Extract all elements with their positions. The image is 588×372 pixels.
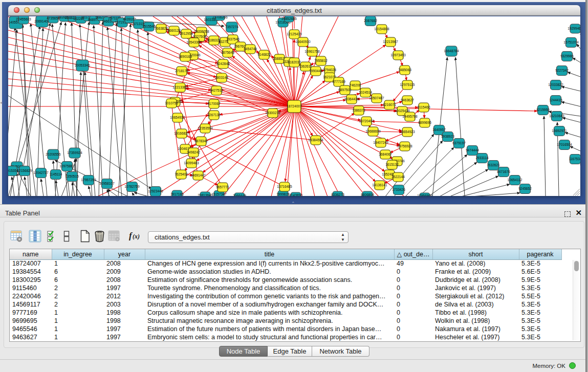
svg-text:7663822: 7663822 (155, 27, 168, 30)
svg-text:3912954: 3912954 (180, 32, 193, 35)
svg-text:10154808: 10154808 (374, 27, 389, 31)
svg-text:19384554: 19384554 (308, 138, 323, 142)
svg-text:8878342: 8878342 (194, 139, 208, 143)
svg-text:10543362: 10543362 (186, 40, 202, 44)
svg-text:1350515: 1350515 (66, 174, 79, 178)
svg-text:20364436: 20364436 (344, 97, 359, 101)
svg-text:6897505: 6897505 (338, 88, 352, 92)
svg-text:7485063: 7485063 (398, 68, 411, 72)
svg-text:1167534: 1167534 (569, 157, 580, 161)
svg-text:25852685: 25852685 (281, 17, 297, 20)
svg-text:746206: 746206 (350, 83, 361, 87)
svg-text:9657771: 9657771 (216, 185, 229, 189)
svg-text:17956909: 17956909 (417, 194, 432, 196)
svg-text:17359924: 17359924 (67, 151, 82, 155)
svg-text:12042737: 12042737 (33, 171, 49, 174)
svg-text:4143890: 4143890 (289, 193, 302, 196)
svg-text:12975115: 12975115 (400, 83, 415, 86)
svg-text:17957253: 17957253 (81, 178, 96, 182)
svg-text:8806804: 8806804 (361, 193, 374, 196)
svg-text:12213363: 12213363 (172, 85, 188, 89)
svg-text:3875645: 3875645 (221, 51, 234, 54)
svg-text:16210643: 16210643 (549, 114, 564, 118)
svg-text:20691406: 20691406 (34, 19, 50, 23)
svg-text:19299464: 19299464 (568, 27, 580, 30)
svg-text:3267130: 3267130 (207, 113, 221, 117)
svg-text:1145114: 1145114 (50, 172, 62, 176)
svg-text:9890163: 9890163 (179, 55, 192, 58)
svg-text:1990448: 1990448 (309, 69, 322, 73)
svg-text:15751074: 15751074 (563, 40, 579, 44)
svg-text:16961758: 16961758 (304, 50, 320, 53)
svg-text:12353594: 12353594 (198, 126, 213, 130)
svg-text:3684067: 3684067 (379, 152, 392, 156)
svg-text:10782759: 10782759 (124, 185, 140, 188)
svg-text:1024514: 1024514 (359, 91, 372, 94)
svg-text:5938923: 5938923 (441, 135, 454, 138)
svg-text:18724007: 18724007 (287, 104, 302, 108)
svg-text:9115460: 9115460 (417, 105, 430, 109)
svg-text:12213967: 12213967 (383, 40, 398, 43)
svg-text:8215955: 8215955 (536, 108, 550, 112)
svg-text:2087682: 2087682 (364, 19, 377, 23)
svg-text:3498242: 3498242 (187, 150, 200, 154)
svg-text:7515546: 7515546 (142, 25, 156, 28)
svg-text:16648784: 16648784 (444, 49, 459, 53)
svg-text:2066449: 2066449 (233, 194, 246, 196)
svg-text:10975887: 10975887 (59, 164, 75, 168)
svg-text:1615132: 1615132 (385, 163, 399, 166)
svg-text:12033822: 12033822 (548, 83, 563, 86)
svg-text:7625402: 7625402 (175, 172, 188, 176)
svg-text:23706266: 23706266 (212, 16, 228, 19)
svg-text:2803144: 2803144 (215, 76, 228, 79)
svg-text:8471676: 8471676 (497, 170, 510, 173)
svg-text:10654932: 10654932 (170, 116, 185, 119)
svg-text:12156829: 12156829 (17, 169, 32, 172)
svg-text:(x): (x) (133, 233, 140, 240)
svg-text:13716485: 13716485 (277, 185, 292, 188)
svg-text:8336273: 8336273 (331, 193, 344, 196)
svg-text:19166827: 19166827 (174, 132, 189, 135)
svg-text:9242848: 9242848 (216, 62, 230, 65)
svg-text:17016504: 17016504 (557, 143, 572, 146)
svg-text:10958107: 10958107 (99, 182, 115, 185)
svg-text:14099483: 14099483 (184, 161, 199, 165)
svg-text:7955812: 7955812 (314, 59, 328, 62)
svg-text:20813640: 20813640 (198, 193, 213, 196)
svg-text:7386372: 7386372 (352, 108, 365, 112)
svg-text:3917183: 3917183 (170, 192, 184, 196)
svg-text:9146821: 9146821 (257, 53, 271, 56)
svg-text:18407249: 18407249 (373, 141, 388, 144)
svg-text:1733426: 1733426 (392, 188, 405, 191)
svg-text:16640910: 16640910 (295, 40, 311, 43)
svg-text:13654923: 13654923 (400, 130, 415, 134)
svg-text:6899695: 6899695 (418, 121, 431, 124)
svg-text:19300275: 19300275 (265, 111, 280, 115)
svg-text:6216071: 6216071 (383, 103, 396, 106)
svg-text:9794028: 9794028 (323, 68, 336, 72)
svg-text:1244415: 1244415 (549, 98, 562, 102)
svg-text:8660128: 8660128 (167, 29, 181, 32)
svg-text:9777169: 9777169 (332, 80, 345, 83)
svg-text:14691447: 14691447 (190, 173, 206, 177)
svg-text:1999828: 1999828 (276, 192, 290, 196)
svg-text:19756928: 19756928 (397, 144, 412, 148)
svg-text:10688609: 10688609 (365, 129, 381, 133)
svg-text:9170067: 9170067 (207, 102, 221, 105)
svg-text:9182037: 9182037 (288, 60, 301, 64)
svg-text:2933114: 2933114 (475, 156, 489, 160)
svg-text:9245652: 9245652 (518, 187, 532, 190)
svg-text:10654112: 10654112 (508, 178, 522, 182)
svg-text:9427512: 9427512 (210, 89, 223, 92)
svg-text:15692971: 15692971 (552, 129, 567, 133)
svg-text:10973493: 10973493 (390, 53, 406, 57)
svg-text:20053346: 20053346 (75, 63, 90, 67)
svg-text:1640957: 1640957 (432, 128, 446, 132)
svg-text:10507487: 10507487 (369, 96, 384, 100)
svg-text:8454749: 8454749 (244, 47, 257, 51)
svg-text:12923446: 12923446 (148, 189, 163, 193)
svg-text:14136141: 14136141 (372, 183, 387, 187)
svg-text:9329986: 9329986 (560, 54, 574, 58)
svg-text:7357274: 7357274 (225, 25, 238, 29)
svg-text:2718176: 2718176 (175, 69, 188, 73)
